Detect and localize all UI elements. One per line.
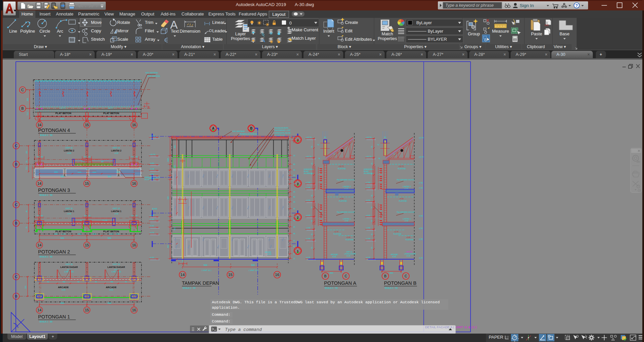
svg-text:14: 14 (181, 273, 185, 277)
svg-text:SKALA 1 : 50: SKALA 1 : 50 (385, 287, 398, 289)
svg-text:Circle: Circle (39, 29, 50, 34)
svg-text:+5.50: +5.50 (366, 199, 371, 201)
svg-text:50: 50 (311, 220, 313, 222)
svg-text:765: 765 (131, 215, 134, 217)
svg-text:+3.15: +3.15 (61, 233, 65, 235)
svg-text:POTONGAN 2: POTONGAN 2 (38, 249, 70, 254)
svg-text:+0.20: +0.20 (150, 256, 154, 259)
svg-text:+0.20: +0.20 (366, 256, 371, 259)
svg-text:+0.20: +0.20 (406, 255, 410, 257)
svg-text:+3.40: +3.40 (114, 213, 119, 215)
svg-text:Array: Array (145, 37, 156, 42)
svg-text:500: 500 (108, 117, 111, 120)
svg-text:+1.70: +1.70 (334, 231, 339, 233)
svg-text:+9.08: +9.08 (150, 168, 154, 170)
svg-text:SKALA 1 : 50: SKALA 1 : 50 (39, 255, 53, 258)
svg-text:ARCADE: ARCADE (391, 253, 398, 255)
svg-text:450: 450 (174, 228, 176, 231)
svg-text:15: 15 (85, 308, 89, 312)
svg-text:PLAFOND: PLAFOND (393, 233, 401, 235)
svg-text:+2.50: +2.50 (366, 227, 371, 229)
svg-text:50: 50 (371, 220, 373, 222)
svg-text:NOK GENTENG: NOK GENTENG (232, 130, 245, 132)
svg-text:Layer: Layer (235, 32, 246, 36)
svg-text:160A: 160A (77, 233, 82, 235)
svg-text:UNIT 12: UNIT 12 (112, 207, 120, 209)
svg-text:+3.40: +3.40 (404, 220, 409, 222)
svg-text:PLESTER/ACI + CAT: PLESTER/ACI + CAT (275, 129, 291, 131)
svg-text:+10.70: +10.70 (398, 165, 404, 167)
svg-text:165: 165 (40, 156, 43, 158)
svg-text:C: C (405, 274, 407, 278)
svg-text:+4.75: +4.75 (150, 232, 154, 234)
svg-text:PLAT BETON: PLAT BETON (103, 230, 119, 233)
svg-text:PASANGAN BATA: PASANGAN BATA (275, 127, 289, 129)
svg-text:+10.35: +10.35 (60, 107, 65, 109)
svg-text:C: C (15, 144, 18, 148)
svg-text:PENEBALAN DINDING: PENEBALAN DINDING (240, 133, 258, 135)
svg-text:165: 165 (88, 156, 91, 158)
svg-text:BLIND: BLIND (152, 208, 157, 210)
svg-text:SKALA 1 : 50: SKALA 1 : 50 (39, 194, 53, 196)
svg-text:POTONGAN B: POTONGAN B (384, 280, 416, 286)
svg-text:SKALA 1 : 50: SKALA 1 : 50 (183, 287, 196, 289)
svg-text:T.6: T.6 (377, 144, 380, 146)
svg-text:C: C (21, 88, 24, 92)
svg-text:25: 25 (393, 153, 395, 155)
svg-text:+7.50: +7.50 (306, 181, 311, 183)
svg-text:765: 765 (131, 156, 134, 158)
svg-text:450: 450 (110, 281, 113, 283)
svg-text:Match: Match (382, 32, 393, 36)
svg-text:A: A (212, 127, 214, 130)
svg-text:LANTAI 1: LANTAI 1 (64, 210, 74, 212)
svg-text:+3.15: +3.15 (109, 233, 113, 235)
svg-text:UNIT 12: UNIT 12 (112, 147, 120, 149)
svg-text:PLAFOND: PLAFOND (339, 200, 347, 202)
svg-text:+1.70: +1.70 (394, 231, 398, 233)
svg-text:500: 500 (108, 302, 111, 304)
svg-text:UNIT 11: UNIT 11 (346, 251, 352, 253)
svg-text:500: 500 (61, 237, 64, 239)
svg-text:ARCADE: ARCADE (58, 286, 69, 289)
svg-text:40: 40 (77, 281, 79, 283)
svg-text:50: 50 (311, 146, 313, 148)
svg-text:Plat KERAMIK KACA Dll: Plat KERAMIK KACA Dll (397, 179, 414, 181)
svg-text:160A: 160A (54, 233, 58, 235)
svg-text:LANTAI DASAR: LANTAI DASAR (344, 253, 356, 255)
svg-text:LANTAI 2: LANTAI 2 (111, 149, 122, 152)
svg-text:Mirror: Mirror (117, 28, 129, 33)
svg-text:+4.00: +4.00 (306, 214, 311, 216)
svg-text:+0.20: +0.20 (306, 256, 311, 259)
svg-text:16: 16 (132, 243, 136, 247)
svg-text:PLAT BETON: PLAT BETON (55, 230, 71, 233)
svg-text:Type a command: Type a command (225, 327, 262, 332)
svg-text:50: 50 (371, 146, 373, 148)
svg-text:165: 165 (101, 161, 104, 163)
svg-text:+8.50: +8.50 (150, 173, 154, 175)
svg-text:LANTAI 1: LANTAI 1 (111, 210, 122, 212)
svg-text:400: 400 (167, 245, 169, 248)
svg-text:765: 765 (37, 215, 39, 217)
svg-text:+1.50: +1.50 (306, 238, 311, 240)
svg-text:Move: Move (91, 20, 102, 25)
svg-text:( UNIT 11 ): ( UNIT 11 ) (201, 269, 211, 271)
svg-text:Paste: Paste (531, 31, 542, 36)
svg-text:50: 50 (371, 247, 373, 249)
svg-text:PLAFOND: PLAFOND (346, 239, 354, 241)
svg-text:+10.70: +10.70 (306, 156, 312, 158)
svg-text:+10.35: +10.35 (108, 107, 113, 109)
svg-text:50: 50 (371, 233, 373, 235)
svg-text:40: 40 (293, 220, 295, 221)
svg-text:SKALA 1 : 50: SKALA 1 : 50 (39, 134, 53, 136)
svg-text:PLAFOND: PLAFOND (398, 168, 406, 170)
svg-text:Plat KERAMIK KACA Dll: Plat KERAMIK KACA Dll (337, 211, 354, 213)
svg-text:450: 450 (63, 281, 65, 283)
svg-text:500: 500 (108, 175, 111, 178)
svg-text:SKALA 1 : 50: SKALA 1 : 50 (325, 287, 338, 289)
svg-text:200: 200 (25, 286, 27, 289)
svg-text:500: 500 (108, 237, 111, 239)
svg-text:45: 45 (293, 208, 295, 210)
svg-text:+0.05: +0.05 (392, 256, 396, 258)
svg-text:500: 500 (251, 264, 255, 266)
svg-text:TAMPAK DEPAN: TAMPAK DEPAN (182, 280, 219, 286)
